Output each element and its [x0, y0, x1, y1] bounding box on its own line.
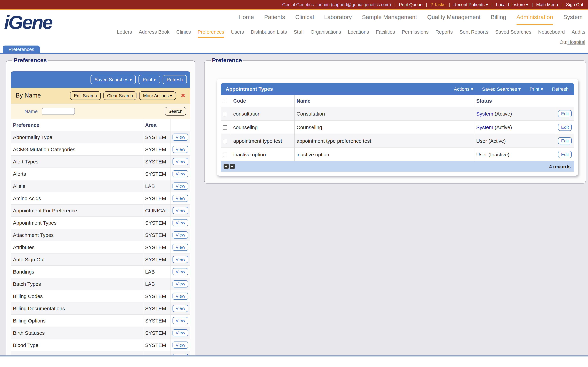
edit-button[interactable]: Edit	[558, 110, 572, 117]
sub-nav-item[interactable]: Staff	[294, 29, 304, 38]
print-menu[interactable]: Print ▾	[530, 86, 543, 92]
sub-nav-item[interactable]: Locations	[348, 29, 369, 38]
sub-nav-item[interactable]: Facilities	[376, 29, 395, 38]
tab-preferences[interactable]: Preferences	[3, 46, 40, 53]
edit-button[interactable]: Edit	[558, 137, 572, 144]
sub-nav-item[interactable]: Organisations	[311, 29, 341, 38]
edit-button[interactable]: Edit	[558, 151, 572, 158]
preferences-panel: Preferences Saved Searches ▾ Print ▾ Ref…	[6, 57, 195, 355]
main-nav-item[interactable]: Administration	[516, 14, 553, 25]
sub-nav-item[interactable]: Distribution Lists	[251, 29, 287, 38]
view-button[interactable]: View	[173, 280, 188, 287]
view-button[interactable]: View	[173, 243, 188, 250]
select-all-checkbox[interactable]	[223, 99, 227, 103]
view-button[interactable]: View	[173, 182, 188, 189]
search-name-row: Name Search	[11, 104, 190, 119]
separator: |	[449, 2, 450, 7]
sub-nav-item[interactable]: Sent Reports	[459, 29, 488, 38]
view-button[interactable]: View	[173, 354, 188, 356]
edit-search-button[interactable]: Edit Search	[70, 92, 101, 100]
more-actions-button[interactable]: More Actions ▾	[139, 92, 176, 100]
ou-hospital-link[interactable]: Hospital	[567, 39, 585, 45]
saved-searches-menu[interactable]: Saved Searches ▾	[482, 86, 521, 92]
close-icon[interactable]: ✕	[181, 92, 186, 99]
main-nav-item[interactable]: System	[563, 14, 583, 25]
preference-area-cell: SYSTEM	[143, 241, 170, 253]
table-row: Bandings LAB View	[11, 265, 190, 278]
sub-nav-item[interactable]: Users	[231, 29, 244, 38]
view-button[interactable]: View	[173, 305, 188, 312]
name-cell: appointment type preference test	[294, 134, 474, 148]
status-text: (Active)	[493, 111, 512, 116]
table-row: Blood Type SYSTEM View	[11, 339, 190, 351]
tasks-link[interactable]: 2 Tasks	[431, 2, 445, 7]
preference-name-cell: Amino Acids	[11, 192, 143, 204]
separator: |	[426, 2, 427, 7]
preference-name-cell: Attachment Types	[11, 229, 143, 241]
recent-patients-menu[interactable]: Recent Patients ▾	[453, 2, 488, 7]
main-nav-item[interactable]: Patients	[264, 14, 285, 25]
sub-nav-item[interactable]: Preferences	[198, 29, 224, 38]
refresh-link[interactable]: Refresh	[552, 86, 569, 92]
view-button[interactable]: View	[173, 341, 188, 349]
status-cell: User (Active)	[474, 134, 556, 148]
view-button[interactable]: View	[173, 195, 188, 202]
name-input[interactable]	[42, 108, 75, 115]
main-nav-item[interactable]: Laboratory	[324, 14, 352, 25]
remove-icon[interactable]: −	[230, 164, 235, 169]
clear-search-button[interactable]: Clear Search	[103, 92, 137, 100]
sub-nav-item[interactable]: Noticeboard	[538, 29, 565, 38]
row-checkbox[interactable]	[223, 139, 227, 143]
search-title: By Name	[16, 92, 41, 99]
status-link[interactable]: System	[476, 111, 493, 116]
view-button[interactable]: View	[173, 268, 188, 275]
column-header-area: Area	[143, 119, 170, 131]
view-button[interactable]: View	[173, 146, 188, 153]
view-button[interactable]: View	[173, 256, 188, 263]
preference-area-cell: SYSTEM	[143, 217, 170, 229]
sub-nav-item[interactable]: Letters	[117, 29, 132, 38]
content-area: Preferences Saved Searches ▾ Print ▾ Ref…	[0, 54, 588, 355]
row-checkbox[interactable]	[223, 153, 227, 157]
sub-nav-item[interactable]: Permissions	[402, 29, 429, 38]
actions-menu[interactable]: Actions ▾	[454, 86, 473, 92]
code-cell: inactive option	[231, 148, 294, 161]
view-button[interactable]: View	[173, 329, 188, 336]
local-filestore-menu[interactable]: Local Filestore ▾	[496, 2, 528, 7]
view-button[interactable]: View	[173, 231, 188, 238]
table-row: Billing Documentations SYSTEM View	[11, 302, 190, 314]
main-nav-item[interactable]: Sample Management	[362, 14, 417, 25]
sub-nav-item[interactable]: Audits	[571, 29, 585, 38]
view-button[interactable]: View	[173, 207, 188, 214]
sign-out-link[interactable]: Sign Out	[566, 2, 583, 7]
main-nav-item[interactable]: Home	[239, 14, 254, 25]
print-queue-link[interactable]: Print Queue	[399, 2, 423, 7]
view-button[interactable]: View	[173, 219, 188, 226]
status-link[interactable]: System	[476, 124, 493, 130]
sub-nav-item[interactable]: Saved Searches	[495, 29, 531, 38]
main-menu-link[interactable]: Main Menu	[536, 2, 558, 7]
view-button[interactable]: View	[173, 292, 188, 300]
main-nav-item[interactable]: Quality Management	[427, 14, 481, 25]
print-button[interactable]: Print ▾	[139, 75, 160, 84]
edit-button[interactable]: Edit	[558, 124, 572, 131]
main-nav-item[interactable]: Clinical	[295, 14, 314, 25]
row-checkbox[interactable]	[223, 125, 227, 130]
sub-nav-item[interactable]: Reports	[435, 29, 453, 38]
view-button[interactable]: View	[173, 133, 188, 141]
sub-nav-item[interactable]: Clinics	[176, 29, 191, 38]
view-button[interactable]: View	[173, 158, 188, 165]
refresh-button[interactable]: Refresh	[163, 75, 187, 84]
search-button[interactable]: Search	[165, 107, 186, 116]
add-icon[interactable]: +	[224, 164, 229, 169]
main-nav-item[interactable]: Billing	[491, 14, 506, 25]
saved-searches-button[interactable]: Saved Searches ▾	[91, 75, 136, 84]
top-bar: Genial Genetics - admin (support@genialg…	[0, 0, 588, 10]
sub-nav: Letters Address Book Clinics Preferences…	[117, 29, 585, 38]
view-button[interactable]: View	[173, 317, 188, 324]
row-checkbox[interactable]	[223, 112, 227, 116]
preference-name-cell: Auto Sign Out	[11, 253, 143, 265]
table-row: Attributes SYSTEM View	[11, 241, 190, 253]
sub-nav-item[interactable]: Address Book	[139, 29, 170, 38]
view-button[interactable]: View	[173, 170, 188, 177]
